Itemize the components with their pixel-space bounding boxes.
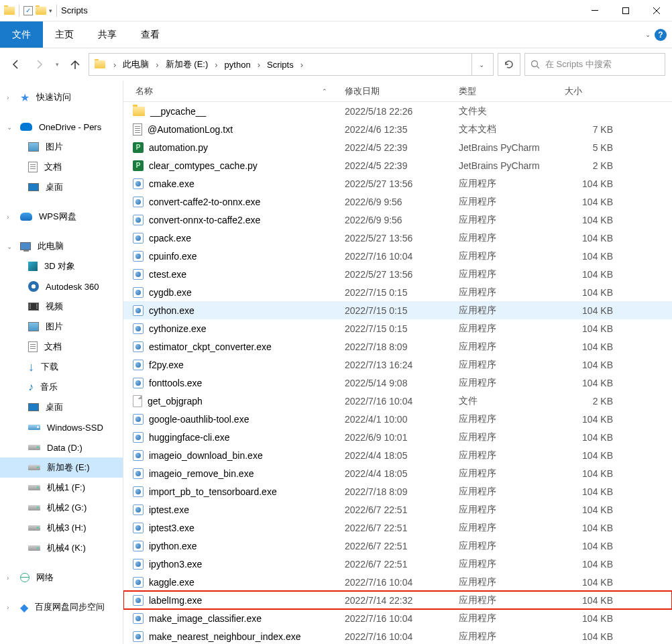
sidebar-pc-item[interactable]: 文档 <box>0 337 123 357</box>
file-row[interactable]: __pycache__2022/5/18 22:26文件夹 <box>123 102 672 120</box>
help-icon[interactable]: ? <box>655 29 667 41</box>
file-row[interactable]: iptest3.exe2022/6/7 22:51应用程序104 KB <box>123 519 672 537</box>
file-row[interactable]: clear_comtypes_cache.py2022/4/5 22:39Jet… <box>123 156 672 174</box>
chevron-down-icon[interactable]: ▾ <box>49 7 52 14</box>
file-row[interactable]: cpuinfo.exe2022/7/16 10:04应用程序104 KB <box>123 247 672 265</box>
sidebar-pc-item[interactable]: ↓下载 <box>0 357 123 377</box>
forward-button[interactable] <box>30 55 48 74</box>
recent-dropdown[interactable]: ▾ <box>52 55 62 74</box>
file-row[interactable]: ipython3.exe2022/6/7 22:51应用程序104 KB <box>123 555 672 573</box>
file-row[interactable]: f2py.exe2022/7/13 16:24应用程序104 KB <box>123 356 672 374</box>
file-row[interactable]: cygdb.exe2022/7/15 0:15应用程序104 KB <box>123 283 672 301</box>
sidebar-pc-item[interactable]: Windows-SSD <box>0 417 123 437</box>
file-row[interactable]: kaggle.exe2022/7/16 10:04应用程序104 KB <box>123 573 672 591</box>
sidebar-pc-item[interactable]: 机械4 (K:) <box>0 538 123 558</box>
checkbox-icon[interactable]: ✓ <box>23 6 33 15</box>
file-row[interactable]: automation.py2022/4/5 22:39JetBrains PyC… <box>123 138 672 156</box>
file-name: estimator_ckpt_converter.exe <box>149 341 272 352</box>
sidebar-pc-item[interactable]: 视频 <box>0 297 123 317</box>
tab-home[interactable]: 主页 <box>43 21 86 48</box>
py-icon <box>133 142 144 153</box>
file-row[interactable]: estimator_ckpt_converter.exe2022/7/18 8:… <box>123 337 672 356</box>
column-name[interactable]: 名称 ⌃ <box>123 85 345 97</box>
back-button[interactable] <box>7 55 25 74</box>
sidebar-onedrive-pics[interactable]: 图片 <box>0 137 123 157</box>
file-row[interactable]: iptest.exe2022/6/7 22:51应用程序104 KB <box>123 500 672 519</box>
sidebar-network[interactable]: › 网络 <box>0 568 123 588</box>
sidebar-pc-item[interactable]: 机械1 (F:) <box>0 478 123 498</box>
file-type: 应用程序 <box>459 486 565 498</box>
sidebar-quick-access[interactable]: › ★ 快速访问 <box>0 87 123 107</box>
file-row[interactable]: huggingface-cli.exe2022/6/9 10:01应用程序104… <box>123 428 672 446</box>
up-button[interactable] <box>66 55 85 74</box>
minimize-button[interactable] <box>579 0 610 21</box>
file-row[interactable]: convert-onnx-to-caffe2.exe2022/6/9 9:56应… <box>123 211 672 229</box>
file-row[interactable]: cpack.exe2022/5/27 13:56应用程序104 KB <box>123 229 672 247</box>
file-row[interactable]: google-oauthlib-tool.exe2022/4/1 10:00应用… <box>123 410 672 428</box>
exe-icon <box>133 541 144 551</box>
sidebar-pc-item[interactable]: ♪音乐 <box>0 377 123 397</box>
column-type[interactable]: 类型 <box>459 85 565 97</box>
file-row[interactable]: fonttools.exe2022/5/14 9:08应用程序104 KB <box>123 374 672 392</box>
crumb-thispc[interactable]: 此电脑 <box>120 54 152 75</box>
sidebar-onedrive[interactable]: ⌄ OneDrive - Pers <box>0 117 123 137</box>
window-title: Scripts <box>58 5 579 15</box>
expand-ribbon-icon[interactable]: ⌄ <box>645 31 651 38</box>
sidebar-pc-item[interactable]: Data (D:) <box>0 437 123 458</box>
file-row[interactable]: get_objgraph2022/7/16 10:04文件2 KB <box>123 392 672 410</box>
file-date: 2022/7/18 8:09 <box>345 341 459 352</box>
sidebar-pc-item[interactable]: 机械2 (G:) <box>0 498 123 518</box>
file-type: 文本文档 <box>459 123 565 136</box>
close-button[interactable] <box>641 0 672 21</box>
file-date: 2022/4/4 18:05 <box>345 450 459 461</box>
file-row[interactable]: make_image_classifier.exe2022/7/16 10:04… <box>123 609 672 627</box>
search-input[interactable]: 在 Scripts 中搜索 <box>524 53 665 76</box>
sidebar-thispc[interactable]: ⌄ 此电脑 <box>0 236 123 256</box>
sidebar-wps[interactable]: › WPS网盘 <box>0 207 123 227</box>
crumb-python[interactable]: python <box>222 54 254 75</box>
file-row[interactable]: import_pb_to_tensorboard.exe2022/7/18 8:… <box>123 482 672 500</box>
column-size[interactable]: 大小 <box>565 85 618 97</box>
crumb-sep[interactable]: › <box>152 54 162 75</box>
tab-file[interactable]: 文件 <box>0 21 43 48</box>
sidebar-onedrive-desk[interactable]: 桌面 <box>0 177 123 197</box>
crumb-sep[interactable]: › <box>109 54 120 75</box>
file-row[interactable]: @AutomationLog.txt2022/4/6 12:35文本文档7 KB <box>123 120 672 138</box>
file-date: 2022/7/14 22:32 <box>345 595 459 606</box>
sidebar-pc-item[interactable]: 新加卷 (E:) <box>0 458 123 478</box>
sidebar-item-label: 下载 <box>41 361 58 373</box>
sidebar-baidu[interactable]: › ◆ 百度网盘同步空间 <box>0 597 123 617</box>
sidebar-pc-item[interactable]: 桌面 <box>0 397 123 417</box>
maximize-button[interactable] <box>610 0 641 21</box>
file-row[interactable]: make_nearest_neighbour_index.exe2022/7/1… <box>123 627 672 644</box>
crumb-sep[interactable]: › <box>254 54 264 75</box>
breadcrumb[interactable]: › 此电脑 › 新加卷 (E:) › python › Scripts › ⌄ <box>89 53 494 76</box>
breadcrumb-dropdown[interactable]: ⌄ <box>471 54 490 75</box>
file-row[interactable]: imageio_remove_bin.exe2022/4/4 18:05应用程序… <box>123 464 672 482</box>
sidebar-pc-item[interactable]: 机械3 (H:) <box>0 518 123 538</box>
tab-share[interactable]: 共享 <box>86 21 129 48</box>
file-type: 应用程序 <box>459 540 565 552</box>
file-name: cython.exe <box>149 305 194 316</box>
file-row[interactable]: labelImg.exe2022/7/14 22:32应用程序104 KB <box>123 591 672 609</box>
file-row[interactable]: ctest.exe2022/5/27 13:56应用程序104 KB <box>123 265 672 283</box>
exe-icon <box>133 504 144 515</box>
crumb-drive[interactable]: 新加卷 (E:) <box>163 54 211 75</box>
sidebar-pc-item[interactable]: Autodesk 360 <box>0 276 123 297</box>
sidebar-onedrive-docs[interactable]: 文档 <box>0 157 123 177</box>
file-row[interactable]: ipython.exe2022/6/7 22:51应用程序104 KB <box>123 537 672 555</box>
file-cell-name: cythonize.exe <box>123 323 345 334</box>
file-row[interactable]: convert-caffe2-to-onnx.exe2022/6/9 9:56应… <box>123 193 672 211</box>
file-row[interactable]: imageio_download_bin.exe2022/4/4 18:05应用… <box>123 446 672 464</box>
file-row[interactable]: cython.exe2022/7/15 0:15应用程序104 KB <box>123 301 672 319</box>
refresh-button[interactable] <box>498 53 520 76</box>
crumb-scripts[interactable]: Scripts <box>264 54 296 75</box>
file-row[interactable]: cmake.exe2022/5/27 13:56应用程序104 KB <box>123 174 672 193</box>
crumb-sep[interactable]: › <box>296 54 307 75</box>
crumb-sep[interactable]: › <box>211 54 221 75</box>
sidebar-pc-item[interactable]: 图片 <box>0 317 123 337</box>
tab-view[interactable]: 查看 <box>129 21 172 48</box>
sidebar-pc-item[interactable]: 3D 对象 <box>0 256 123 276</box>
column-date[interactable]: 修改日期 <box>345 85 459 97</box>
file-row[interactable]: cythonize.exe2022/7/15 0:15应用程序104 KB <box>123 319 672 337</box>
